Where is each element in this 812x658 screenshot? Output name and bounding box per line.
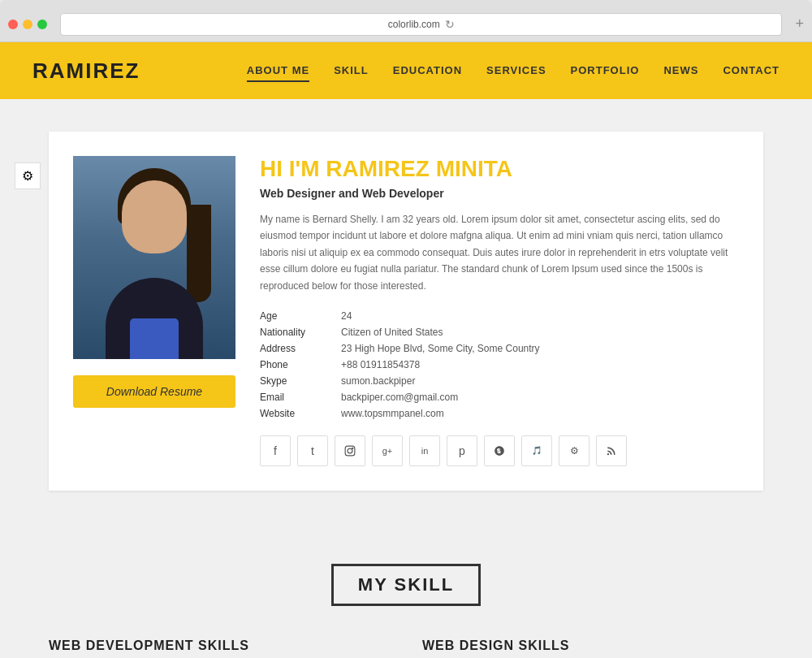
nav-portfolio[interactable]: PORTFOLIO bbox=[571, 60, 640, 82]
browser-dots bbox=[8, 19, 47, 29]
about-details: Age 24 Nationality Citizen of United Sta… bbox=[260, 310, 739, 419]
detail-email-label: Email bbox=[260, 392, 341, 403]
new-tab-icon[interactable]: + bbox=[795, 15, 804, 32]
browser-url: colorlib.com bbox=[388, 19, 440, 30]
refresh-icon[interactable]: ↻ bbox=[445, 18, 455, 31]
web-dev-title: WEB DEVELOPMENT SKILLS bbox=[49, 639, 390, 653]
svg-rect-0 bbox=[345, 446, 355, 456]
settings-icon-button[interactable]: ⚙ bbox=[15, 162, 41, 189]
main-section: Download Resume HI I'M RAMIREZ MINITA We… bbox=[0, 99, 812, 564]
download-resume-button[interactable]: Download Resume bbox=[73, 375, 235, 408]
about-info: HI I'M RAMIREZ MINITA Web Designer and W… bbox=[260, 156, 739, 466]
skills-section-title: MY SKILL bbox=[331, 564, 481, 606]
detail-skype-value: sumon.backpiper bbox=[341, 375, 739, 387]
browser-chrome: colorlib.com ↻ + bbox=[0, 0, 812, 42]
nav-contact[interactable]: CONTACT bbox=[723, 60, 780, 82]
social-twitter[interactable]: t bbox=[297, 435, 328, 466]
social-facebook[interactable]: f bbox=[260, 435, 291, 466]
nav-about-me[interactable]: ABOUT ME bbox=[247, 60, 309, 82]
social-pinterest[interactable]: p bbox=[447, 435, 477, 466]
dot-red[interactable] bbox=[8, 19, 18, 29]
detail-website-value: www.topsmmpanel.com bbox=[341, 408, 739, 419]
nav-skill[interactable]: SKILL bbox=[334, 60, 369, 82]
dot-green[interactable] bbox=[37, 19, 47, 29]
web-design-title: WEB DESIGN SKILLS bbox=[422, 639, 763, 653]
detail-website-label: Website bbox=[260, 408, 341, 419]
site-logo: RAMIREZ bbox=[32, 58, 140, 84]
portrait-hair-side bbox=[187, 205, 211, 302]
skills-title-wrapper: MY SKILL bbox=[49, 564, 763, 606]
profile-photo bbox=[73, 156, 235, 359]
detail-address-value: 23 High Hope Blvd, Some City, Some Count… bbox=[341, 343, 739, 354]
about-job-title: Web Designer and Web Developer bbox=[260, 187, 739, 200]
detail-age-value: 24 bbox=[341, 310, 739, 322]
about-card: Download Resume HI I'M RAMIREZ MINITA We… bbox=[49, 132, 763, 491]
skills-grid: WEB DEVELOPMENT SKILLS Lorem Ipsum is si… bbox=[49, 639, 763, 658]
site-nav: ABOUT ME SKILL EDUCATION SERVICES PORTFO… bbox=[247, 60, 780, 82]
web-dev-skills-col: WEB DEVELOPMENT SKILLS Lorem Ipsum is si… bbox=[49, 639, 390, 658]
social-rss[interactable] bbox=[596, 435, 627, 466]
portrait-face bbox=[122, 180, 187, 253]
social-instagram[interactable] bbox=[335, 435, 365, 466]
detail-phone-value: +88 01911854378 bbox=[341, 359, 739, 370]
site-header: RAMIREZ ABOUT ME SKILL EDUCATION SERVICE… bbox=[0, 42, 812, 99]
social-skype[interactable] bbox=[484, 435, 515, 466]
svg-point-1 bbox=[348, 448, 352, 453]
social-linkedin[interactable]: in bbox=[409, 435, 440, 466]
about-bio: My name is Bernard Shelly. I am 32 years… bbox=[260, 211, 739, 294]
portrait-shirt bbox=[130, 318, 179, 359]
detail-nationality-label: Nationality bbox=[260, 327, 341, 338]
nav-services[interactable]: SERVICES bbox=[486, 60, 546, 82]
browser-address-bar[interactable]: colorlib.com ↻ bbox=[60, 13, 782, 36]
detail-email-value: backpiper.com@gmail.com bbox=[341, 392, 739, 403]
settings-icon: ⚙ bbox=[22, 169, 33, 183]
detail-address-label: Address bbox=[260, 343, 341, 354]
social-googleplus[interactable]: g+ bbox=[372, 435, 403, 466]
nav-news[interactable]: NEWS bbox=[663, 60, 698, 82]
skills-section: MY SKILL WEB DEVELOPMENT SKILLS Lorem Ip… bbox=[0, 564, 812, 658]
profile-photo-area: Download Resume bbox=[73, 156, 235, 466]
nav-education[interactable]: EDUCATION bbox=[393, 60, 462, 82]
svg-point-2 bbox=[352, 448, 353, 448]
web-design-skills-col: WEB DESIGN SKILLS Lorem Ipsum is simply … bbox=[422, 639, 763, 658]
social-settings2[interactable]: ⚙ bbox=[559, 435, 590, 466]
page-content: ⚙ RAMIREZ ABOUT ME SKILL EDUCATION SERVI… bbox=[0, 42, 812, 658]
social-icons: f t g+ in p 🎵 ⚙ bbox=[260, 435, 739, 466]
detail-nationality-value: Citizen of United States bbox=[341, 327, 739, 338]
detail-phone-label: Phone bbox=[260, 359, 341, 370]
social-soundcloud[interactable]: 🎵 bbox=[521, 435, 552, 466]
detail-skype-label: Skype bbox=[260, 375, 341, 387]
dot-yellow[interactable] bbox=[23, 19, 32, 29]
about-greeting: HI I'M RAMIREZ MINITA bbox=[260, 156, 739, 182]
detail-age-label: Age bbox=[260, 310, 341, 322]
greeting-name: RAMIREZ MINITA bbox=[326, 156, 512, 181]
greeting-prefix: HI I'M bbox=[260, 156, 326, 181]
svg-point-3 bbox=[607, 453, 609, 455]
